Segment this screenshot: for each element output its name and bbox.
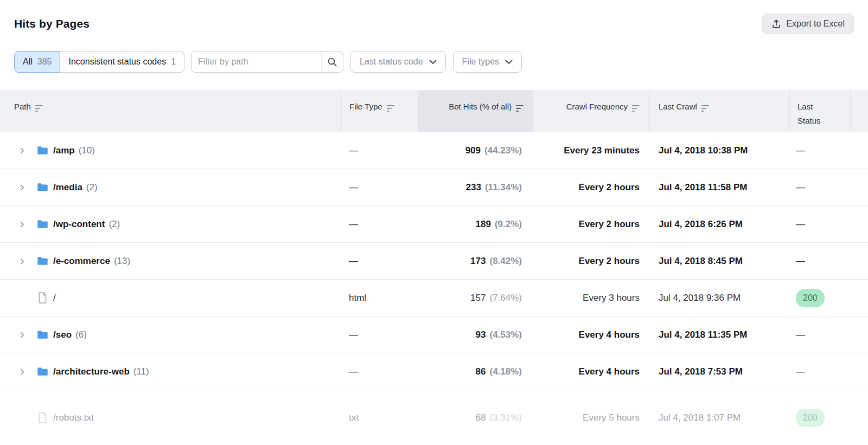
last-status-cell: — [789, 169, 868, 205]
table-row[interactable]: /robots.txt txt 68 (3.31%) Every 5 hours… [0, 390, 868, 445]
path-label[interactable]: /seo [53, 330, 72, 340]
column-header-last-crawl[interactable]: Last Crawl [649, 90, 789, 132]
bot-hits-cell: 68 (3.31%) [418, 390, 533, 445]
bot-hits-percent: (8.42%) [489, 256, 522, 267]
status-badge: 200 [796, 289, 825, 307]
column-header-last-status: Last Status [789, 90, 868, 132]
path-cell: /wp-content (2) [0, 206, 340, 242]
last-crawl-cell: Jul 4, 2018 1:07 PM [649, 390, 789, 445]
bot-hits-percent: (3.31%) [489, 412, 522, 423]
folder-icon [37, 146, 48, 155]
search-icon [327, 57, 337, 67]
chevron-down-icon [429, 60, 437, 65]
segment-all[interactable]: All 385 [14, 51, 60, 73]
last-status-code-dropdown[interactable]: Last status code [350, 51, 446, 73]
sort-icon [516, 105, 524, 112]
page-title: Hits by Pages [14, 17, 90, 30]
crawl-frequency-cell: Every 4 hours [533, 317, 649, 353]
column-header-file-type[interactable]: File Type [340, 90, 418, 132]
bot-hits-cell: 93 (4.53%) [418, 317, 533, 353]
segment-inconsistent-label: Inconsistent status codes [68, 57, 166, 67]
file-icon [37, 412, 48, 423]
path-label[interactable]: /wp-content [53, 219, 105, 230]
bot-hits-value: 93 [476, 330, 486, 340]
top-bar: Hits by Pages Export to Excel [0, 0, 868, 34]
column-header-crawl-frequency-label: Crawl Frequency [566, 100, 628, 114]
table-row[interactable]: /seo (6) — 93 (4.53%) Every 4 hours Jul … [0, 317, 868, 353]
crawl-frequency-cell: Every 4 hours [533, 353, 649, 390]
column-header-last-status-label: Last Status [797, 100, 826, 127]
search-button[interactable] [321, 51, 343, 72]
chevron-right-icon[interactable] [18, 184, 27, 191]
table-row[interactable]: /architecture-web (11) — 86 (4.18%) Ever… [0, 353, 868, 390]
bot-hits-percent: (44.23%) [484, 145, 522, 156]
folder-icon [37, 183, 48, 192]
last-crawl-cell: Jul 4, 2018 11:35 PM [649, 317, 789, 353]
chevron-right-icon[interactable] [18, 368, 27, 376]
status-badge: — [796, 182, 805, 193]
status-badge: — [796, 256, 805, 267]
crawl-frequency-cell: Every 2 hours [533, 169, 649, 205]
table-row[interactable]: /amp (10) — 909 (44.23%) Every 23 minute… [0, 132, 868, 169]
column-header-last-crawl-label: Last Crawl [659, 100, 697, 114]
path-label[interactable]: / [53, 293, 56, 304]
bot-hits-value: 68 [476, 412, 486, 423]
path-count: (13) [114, 256, 130, 267]
export-button-label: Export to Excel [786, 19, 845, 29]
chevron-right-icon[interactable] [18, 147, 27, 154]
last-status-cell: — [789, 132, 868, 169]
file-types-dropdown-label: File types [462, 57, 499, 67]
bot-hits-percent: (9.2%) [495, 219, 522, 230]
path-count: (11) [133, 366, 149, 377]
crawl-frequency-cell: Every 23 minutes [533, 132, 649, 169]
chevron-right-icon[interactable] [18, 331, 27, 339]
path-cell: /media (2) [0, 169, 340, 205]
sort-icon [701, 105, 709, 112]
bot-hits-cell: 233 (11.34%) [418, 169, 533, 205]
table-row[interactable]: / html 157 (7.64%) Every 3 hours Jul 4, … [0, 280, 868, 317]
last-status-code-dropdown-label: Last status code [360, 57, 423, 67]
path-label[interactable]: /robots.txt [53, 412, 94, 423]
chevron-right-icon[interactable] [18, 257, 27, 265]
bot-hits-percent: (4.18%) [489, 366, 522, 377]
column-header-path[interactable]: Path [0, 90, 340, 132]
crawl-frequency-cell: Every 2 hours [533, 206, 649, 242]
segment-inconsistent-status-codes[interactable]: Inconsistent status codes 1 [60, 51, 184, 73]
last-status-cell: — [789, 353, 868, 390]
path-cell: /robots.txt [0, 390, 340, 445]
path-label[interactable]: /architecture-web [53, 366, 130, 377]
last-crawl-cell: Jul 4, 2018 7:53 PM [649, 353, 789, 390]
sort-icon [632, 105, 640, 112]
path-filter-box [191, 51, 343, 73]
table-row[interactable]: /e-commerce (13) — 173 (8.42%) Every 2 h… [0, 243, 868, 280]
bot-hits-value: 909 [465, 145, 481, 156]
table-row[interactable]: /media (2) — 233 (11.34%) Every 2 hours … [0, 169, 868, 206]
last-status-cell: 200 [789, 390, 868, 445]
status-badge: — [796, 330, 805, 340]
sort-icon [35, 105, 43, 112]
hits-by-pages-table: Path File Type Bot Hits (% of all) Crawl… [0, 90, 868, 445]
file-icon [37, 292, 48, 304]
chevron-right-icon[interactable] [18, 221, 27, 228]
path-count: (2) [86, 182, 98, 193]
file-types-dropdown[interactable]: File types [453, 51, 522, 73]
path-label[interactable]: /amp [53, 145, 75, 156]
path-label[interactable]: /media [53, 182, 82, 193]
bot-hits-percent: (7.64%) [489, 293, 522, 304]
bot-hits-cell: 909 (44.23%) [418, 132, 533, 169]
bot-hits-value: 233 [466, 182, 481, 193]
last-status-cell: — [789, 317, 868, 353]
crawl-frequency-cell: Every 3 hours [533, 280, 649, 316]
file-type-cell: — [340, 317, 418, 353]
path-label[interactable]: /e-commerce [53, 256, 110, 267]
path-filter-input[interactable] [192, 57, 321, 67]
column-header-bot-hits[interactable]: Bot Hits (% of all) [418, 90, 533, 132]
column-header-crawl-frequency[interactable]: Crawl Frequency [533, 90, 649, 132]
table-row[interactable]: /wp-content (2) — 189 (9.2%) Every 2 hou… [0, 206, 868, 243]
export-to-excel-button[interactable]: Export to Excel [762, 14, 854, 34]
last-status-cell: 200 [789, 280, 868, 316]
segment-all-count: 385 [37, 57, 52, 67]
bot-hits-value: 86 [476, 366, 486, 377]
file-type-cell: — [340, 169, 418, 205]
path-count: (2) [108, 219, 120, 230]
